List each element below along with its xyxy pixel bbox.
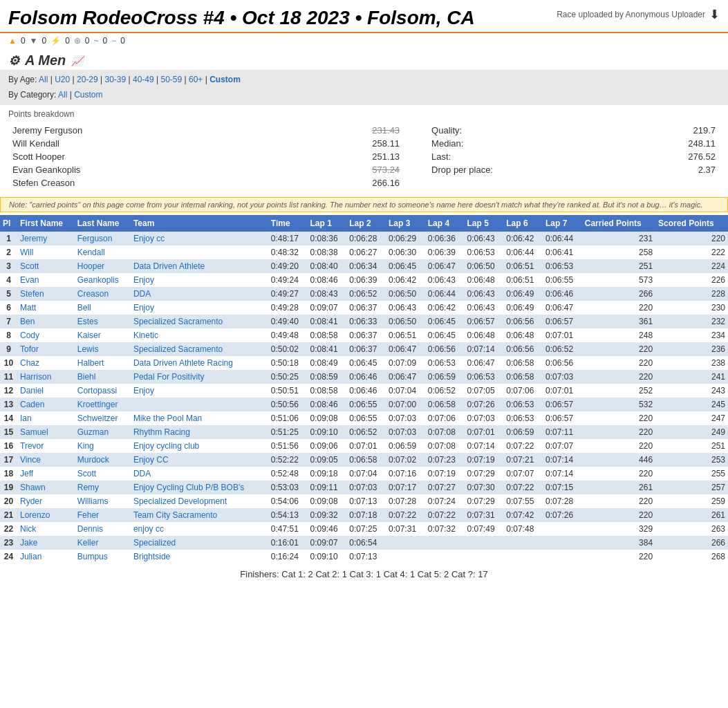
table-row: 21LorenzoFeherTeam City Sacramento0:54:1… — [0, 508, 728, 522]
icon-wave: ~ — [94, 36, 99, 46]
table-row: 24JulianBumpusBrightside0:16:240:09:100:… — [0, 550, 728, 563]
icon-down: ▼ — [30, 36, 38, 46]
col-lap3: Lap 3 — [386, 215, 425, 232]
table-row: 18JeffScottDDA0:52:480:09:180:07:040:07:… — [0, 467, 728, 481]
race-title: Folsom RodeoCross #4 • Oct 18 2023 • Fol… — [8, 7, 475, 29]
table-row: 10ChazHalbertData Driven Athlete Racing0… — [0, 356, 728, 370]
col-lap2: Lap 2 — [346, 215, 386, 232]
by-category-label: By Category: — [8, 90, 58, 100]
col-lap7: Lap 7 — [543, 215, 582, 232]
points-stat-value-1: 219.7 — [614, 124, 718, 136]
age-40-49[interactable]: 40-49 — [133, 75, 154, 84]
table-row: 12DanielCortopassiEnjoy0:50:510:08:580:0… — [0, 384, 728, 398]
points-value-3: 251.13 — [246, 151, 402, 162]
age-60plus[interactable]: 60+ — [189, 75, 203, 84]
col-lap4: Lap 4 — [425, 215, 465, 232]
col-last: Last Name — [75, 215, 131, 232]
icon-plus: ⊕ — [74, 36, 81, 46]
results-table: Pl First Name Last Name Team Time Lap 1 … — [0, 215, 728, 563]
points-value-2: 258.11 — [246, 138, 402, 149]
points-name-2: Will Kendall — [10, 138, 245, 149]
points-name-1: Jeremy Ferguson — [10, 124, 245, 136]
points-name-4: Evan Geankoplis — [10, 164, 245, 176]
table-row: 5StefenCreasonDDA0:49:270:08:430:06:520:… — [0, 287, 728, 301]
points-stat-value-3: 276.52 — [614, 151, 718, 162]
gear-icon[interactable]: ⚙ — [8, 53, 19, 68]
upload-info: Race uploaded by Anonymous Uploader — [557, 10, 705, 19]
icon-minus: − — [111, 36, 116, 46]
points-value-4: 573.24 — [246, 164, 402, 176]
col-pl: Pl — [0, 215, 17, 232]
category-name: A Men — [25, 53, 66, 68]
table-row: 15SamuelGuzmanRhythm Racing0:51:250:09:1… — [0, 425, 728, 439]
col-time: Time — [268, 215, 308, 232]
icons-row: ▲0 ▼0 ⚡0 ⊕0 ~0 −0 — [0, 33, 728, 48]
table-row: 19ShawnRemyEnjoy Cycling Club P/B BOB's0… — [0, 481, 728, 494]
table-row: 2WillKendall0:48:320:08:380:06:270:06:30… — [0, 245, 728, 259]
points-row: Will Kendall 258.11 Median: 248.11 — [10, 138, 718, 149]
table-row: 7BenEstesSpecialized Sacramento0:49:400:… — [0, 315, 728, 328]
table-row: 6MattBellEnjoy0:49:280:09:070:06:370:06:… — [0, 301, 728, 315]
icon-bolt: ⚡ — [50, 36, 61, 46]
cat-all[interactable]: All — [58, 90, 67, 100]
points-value-1: 231.43 — [246, 124, 402, 136]
cat-custom[interactable]: Custom — [74, 90, 102, 100]
age-20-29[interactable]: 20-29 — [77, 75, 98, 84]
points-stat-value-2: 248.11 — [614, 138, 718, 149]
chart-icon[interactable]: 📈 — [71, 55, 83, 66]
col-lap6: Lap 6 — [503, 215, 543, 232]
table-row: 1JeremyFergusonEnjoy cc0:48:170:08:360:0… — [0, 232, 728, 245]
footer: Finishers: Cat 1: 2 Cat 2: 1 Cat 3: 1 Ca… — [0, 563, 728, 585]
age-u20[interactable]: U20 — [55, 75, 70, 84]
icon-up: ▲ — [8, 36, 17, 46]
age-all[interactable]: All — [39, 75, 48, 84]
col-lap5: Lap 5 — [465, 215, 504, 232]
points-stat-label-4: Drop per place: — [404, 164, 613, 176]
points-breakdown-label: Points breakdown — [0, 105, 728, 123]
points-name-3: Scott Hooper — [10, 151, 245, 162]
age-custom[interactable]: Custom — [209, 75, 241, 84]
points-table: Jeremy Ferguson 231.43 Quality: 219.7 Wi… — [0, 123, 728, 194]
col-lap1: Lap 1 — [308, 215, 347, 232]
table-row: 14IanSchweitzerMike the Pool Man0:51:060… — [0, 411, 728, 425]
table-row: 23JakeKellerSpecialized0:16:010:09:070:0… — [0, 536, 728, 550]
points-value-5: 266.16 — [246, 177, 402, 189]
table-row: 3ScottHooperData Driven Athlete0:49:200:… — [0, 259, 728, 273]
col-team: Team — [131, 215, 268, 232]
table-row: 11HarrisonBiehlPedal For Positivity0:50:… — [0, 370, 728, 384]
points-row: Stefen Creason 266.16 — [10, 177, 718, 189]
points-stat-label-3: Last: — [404, 151, 613, 162]
table-row: 16TrevorKingEnjoy cycling club0:51:560:0… — [0, 439, 728, 453]
filter-bar: By Age: All | U20 | 20-29 | 30-39 | 40-4… — [0, 70, 728, 105]
points-row: Evan Geankoplis 573.24 Drop per place: 2… — [10, 164, 718, 176]
age-30-39[interactable]: 30-39 — [105, 75, 127, 84]
table-row: 9ToforLewisSpecialized Sacramento0:50:02… — [0, 342, 728, 356]
table-row: 8CodyKaiserKinetic0:49:480:08:580:06:370… — [0, 328, 728, 342]
col-scored: Scored Points — [655, 215, 728, 232]
table-row: 17VinceMurdockEnjoy CC0:52:220:09:050:06… — [0, 453, 728, 467]
age-50-59[interactable]: 50-59 — [161, 75, 183, 84]
table-row: 20RyderWilliamsSpecialized Development0:… — [0, 494, 728, 508]
col-carried: Carried Points — [582, 215, 655, 232]
table-row: 13CadenKroettinger0:50:560:08:460:06:550… — [0, 398, 728, 411]
points-name-5: Stefen Creason — [10, 177, 245, 189]
download-icon[interactable]: ⬇ — [709, 7, 720, 22]
header: Folsom RodeoCross #4 • Oct 18 2023 • Fol… — [0, 0, 728, 33]
points-stat-label-1: Quality: — [404, 124, 613, 136]
table-row: 4EvanGeankoplisEnjoy0:49:240:08:460:06:3… — [0, 273, 728, 287]
by-age-label: By Age: — [8, 75, 39, 84]
points-stat-label-2: Median: — [404, 138, 613, 149]
category-section: ⚙ A Men 📈 — [0, 48, 728, 70]
note: Note: "carried points" on this page come… — [0, 197, 728, 212]
col-first: First Name — [17, 215, 75, 232]
points-row: Jeremy Ferguson 231.43 Quality: 219.7 — [10, 124, 718, 136]
points-stat-value-4: 2.37 — [614, 164, 718, 176]
table-row: 22NickDennisenjoy cc0:47:510:09:460:07:2… — [0, 522, 728, 536]
points-row: Scott Hooper 251.13 Last: 276.52 — [10, 151, 718, 162]
